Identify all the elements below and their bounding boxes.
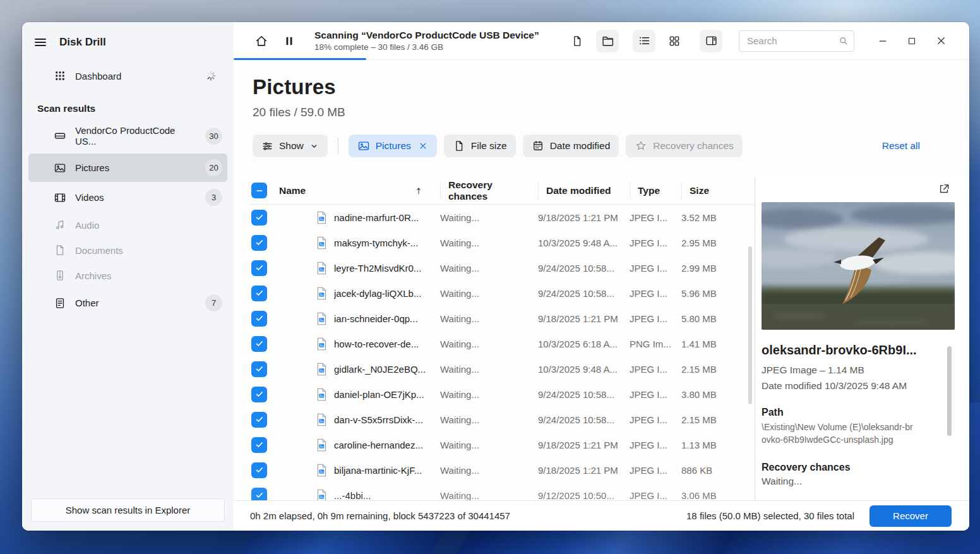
- table-body: nadine-marfurt-0R... Waiting... 9/18/202…: [250, 205, 755, 500]
- close-icon[interactable]: [926, 28, 955, 54]
- row-checkbox[interactable]: [251, 286, 267, 301]
- column-header-recovery[interactable]: Recovery chances: [440, 183, 538, 199]
- filter-chip-pictures[interactable]: Pictures: [349, 135, 437, 157]
- file-table: Name Recovery chances Date modified Type…: [234, 177, 755, 500]
- search-icon: [838, 35, 849, 46]
- column-header-date[interactable]: Date modified: [538, 183, 630, 199]
- side-panel-icon[interactable]: [700, 30, 722, 52]
- filter-chip-recovery-chances[interactable]: Recovery chances: [626, 135, 743, 157]
- row-checkbox[interactable]: [251, 210, 267, 226]
- column-header-name[interactable]: Name: [279, 183, 440, 199]
- preview-image[interactable]: [762, 202, 955, 330]
- audio-icon: [54, 219, 66, 231]
- table-row[interactable]: nadine-marfurt-0R... Waiting... 9/18/202…: [250, 205, 755, 230]
- archives-icon: [54, 269, 66, 282]
- sidebar-item-other[interactable]: Other 7: [28, 289, 227, 317]
- grid-view-icon[interactable]: [663, 30, 686, 52]
- recovery-chance-cell: Waiting...: [440, 364, 538, 375]
- table-row[interactable]: ian-schneider-0qp... Waiting... 9/18/202…: [250, 306, 755, 331]
- date-modified-cell: 9/18/2025 1:21 PM: [538, 212, 630, 223]
- count-badge: 30: [205, 128, 222, 145]
- file-type-cell: JPEG I...: [630, 389, 681, 400]
- row-checkbox[interactable]: [251, 336, 267, 352]
- date-modified-cell: 9/24/2025 10:58...: [538, 263, 630, 274]
- table-row[interactable]: daniel-plan-OE7jKp... Waiting... 9/24/20…: [250, 382, 755, 407]
- sidebar-item-label: Dashboard: [75, 71, 121, 81]
- scan-subtitle: 18% complete – 30 files / 3.46 GB: [314, 42, 539, 52]
- file-name: how-to-recover-de...: [334, 339, 419, 349]
- file-size-cell: 2.15 MB: [681, 414, 738, 425]
- open-external-icon[interactable]: [938, 183, 950, 198]
- row-checkbox[interactable]: [251, 437, 267, 453]
- minimize-icon[interactable]: [868, 28, 897, 54]
- table-row[interactable]: ...-4bbi... Waiting... 9/12/2025 10:50..…: [250, 483, 755, 500]
- table-row[interactable]: leyre-Th2MisvdKr0... Waiting... 9/24/202…: [250, 255, 755, 280]
- recovery-chance-cell: Waiting...: [440, 238, 538, 248]
- window-controls: [868, 28, 955, 54]
- date-modified-cell: 9/24/2025 10:58...: [538, 389, 630, 400]
- date-modified-cell: 10/3/2025 9:48 A...: [538, 238, 630, 248]
- sidebar-item-pictures[interactable]: Pictures 20: [28, 154, 227, 182]
- sidebar-item-dashboard[interactable]: Dashboard: [28, 64, 227, 88]
- column-header-size[interactable]: Size: [681, 183, 738, 199]
- preview-scrollbar[interactable]: [947, 346, 952, 436]
- row-checkbox[interactable]: [251, 260, 267, 276]
- row-checkbox[interactable]: [251, 412, 267, 428]
- file-view-icon[interactable]: [566, 30, 589, 52]
- filter-chip-file-size[interactable]: File size: [444, 135, 516, 157]
- table-scrollbar[interactable]: [748, 246, 752, 404]
- file-type-cell: JPEG I...: [630, 263, 681, 274]
- file-type-cell: JPEG I...: [630, 490, 681, 501]
- file-name: biljana-martinic-KjF...: [334, 465, 422, 476]
- show-in-explorer-button[interactable]: Show scan results in Explorer: [31, 498, 225, 522]
- table-row[interactable]: biljana-martinic-KjF... Waiting... 9/18/…: [250, 457, 755, 483]
- sidebar-item-documents[interactable]: Documents: [28, 238, 227, 262]
- file-name: gidlark-_N0JE2eBQ...: [334, 364, 426, 375]
- pause-scan-icon[interactable]: [278, 30, 301, 52]
- disk-drill-window: Disk Drill Dashboard Scan results Vendor…: [22, 22, 969, 531]
- recovery-chance-cell: Waiting...: [440, 263, 538, 274]
- row-checkbox[interactable]: [251, 361, 267, 377]
- file-size-cell: 5.96 MB: [681, 288, 738, 299]
- show-filter-button[interactable]: Show: [253, 135, 328, 157]
- table-row[interactable]: how-to-recover-de... Waiting... 10/3/202…: [250, 331, 755, 356]
- file-name: caroline-hernandez...: [334, 440, 423, 450]
- row-checkbox[interactable]: [251, 488, 267, 501]
- folder-view-icon[interactable]: [596, 30, 619, 52]
- list-view-icon[interactable]: [633, 30, 655, 52]
- sidebar-item-label: Other: [75, 298, 99, 308]
- calendar-icon: [532, 140, 544, 152]
- sidebar-item-videos[interactable]: Videos 3: [28, 183, 227, 212]
- file-size-cell: 1.41 MB: [681, 339, 738, 349]
- table-row[interactable]: maksym-tymchyk-... Waiting... 10/3/2025 …: [250, 230, 755, 255]
- table-row[interactable]: caroline-hernandez... Waiting... 9/18/20…: [250, 432, 755, 457]
- sidebar-item-archives[interactable]: Archives: [28, 263, 227, 287]
- row-checkbox[interactable]: [251, 462, 267, 478]
- hamburger-menu-icon[interactable]: [33, 35, 48, 50]
- home-icon[interactable]: [250, 30, 273, 52]
- filter-chip-date-modified[interactable]: Date modified: [523, 135, 619, 157]
- reset-all-link[interactable]: Reset all: [882, 140, 920, 152]
- spinner-icon: [205, 69, 217, 82]
- recovery-chance-cell: Waiting...: [440, 414, 538, 425]
- recovery-chance-cell: Waiting...: [440, 440, 538, 450]
- file-size-cell: 5.80 MB: [681, 313, 738, 324]
- row-checkbox[interactable]: [251, 311, 267, 327]
- sidebar: Disk Drill Dashboard Scan results Vendor…: [22, 22, 234, 531]
- search-input[interactable]: [747, 35, 838, 46]
- column-header-type[interactable]: Type: [630, 183, 681, 199]
- file-type-cell: JPEG I...: [630, 238, 681, 248]
- file-type-cell: JPEG I...: [630, 212, 681, 223]
- maximize-icon[interactable]: [897, 28, 926, 54]
- row-checkbox[interactable]: [251, 235, 267, 251]
- sidebar-item-device[interactable]: VendorCo ProductCode US... 30: [28, 119, 227, 152]
- table-row[interactable]: jacek-dylag-liQXLb... Waiting... 9/24/20…: [250, 280, 755, 306]
- select-all-checkbox[interactable]: [251, 183, 267, 198]
- recover-button[interactable]: Recover: [869, 505, 952, 527]
- table-row[interactable]: dan-v-S5x5rrsDixk-... Waiting... 9/24/20…: [250, 407, 755, 432]
- file-size-cell: 2.99 MB: [681, 263, 738, 274]
- remove-filter-icon[interactable]: [418, 141, 428, 151]
- row-checkbox[interactable]: [251, 387, 267, 402]
- table-row[interactable]: gidlark-_N0JE2eBQ... Waiting... 10/3/202…: [250, 356, 755, 382]
- sidebar-item-audio[interactable]: Audio: [28, 213, 227, 237]
